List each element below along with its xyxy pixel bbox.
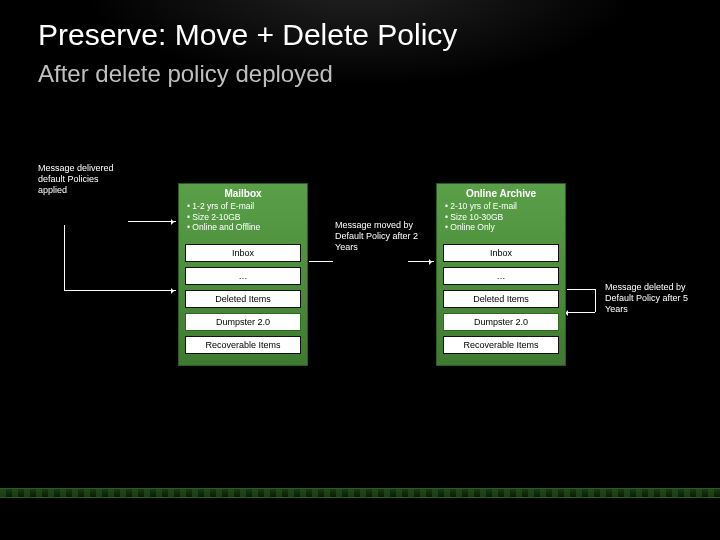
connector-right-out	[567, 289, 595, 290]
mailbox-row-inbox: Inbox	[185, 244, 301, 262]
connector-right-in	[567, 312, 595, 313]
annotation-delivered: Message delivered default Policies appli…	[38, 163, 128, 195]
archive-row-deleted: Deleted Items	[443, 290, 559, 308]
archive-row-inbox: Inbox	[443, 244, 559, 262]
mailbox-bullets: • 1-2 yrs of E-mail• Size 2-10GB• Online…	[179, 201, 307, 239]
footer-decorative-bar	[0, 488, 720, 498]
connector-elbow-left-v	[64, 225, 65, 290]
mailbox-row-ellipsis: …	[185, 267, 301, 285]
archive-row-ellipsis: …	[443, 267, 559, 285]
archive-bullets: • 2-10 yrs of E-mail• Size 10-30GB• Onli…	[437, 201, 565, 239]
slide-subtitle: After delete policy deployed	[38, 60, 333, 88]
arrow-deliver-to-inbox	[128, 221, 176, 222]
mailbox-card: Mailbox • 1-2 yrs of E-mail• Size 2-10GB…	[178, 183, 308, 366]
connector-right-v	[595, 289, 596, 312]
mailbox-row-deleted: Deleted Items	[185, 290, 301, 308]
mailbox-title: Mailbox	[179, 184, 307, 201]
annotation-moved: Message moved by Default Policy after 2 …	[335, 220, 425, 252]
connector-mid-left	[309, 261, 333, 262]
mailbox-row-dumpster: Dumpster 2.0	[185, 313, 301, 331]
archive-title: Online Archive	[437, 184, 565, 201]
mailbox-row-recoverable: Recoverable Items	[185, 336, 301, 354]
annotation-deleted: Message deleted by Default Policy after …	[605, 282, 705, 314]
connector-elbow-left-h	[64, 290, 176, 291]
slide-title: Preserve: Move + Delete Policy	[38, 18, 457, 52]
connector-mid-right	[408, 261, 434, 262]
archive-card: Online Archive • 2-10 yrs of E-mail• Siz…	[436, 183, 566, 366]
archive-row-dumpster: Dumpster 2.0	[443, 313, 559, 331]
archive-row-recoverable: Recoverable Items	[443, 336, 559, 354]
